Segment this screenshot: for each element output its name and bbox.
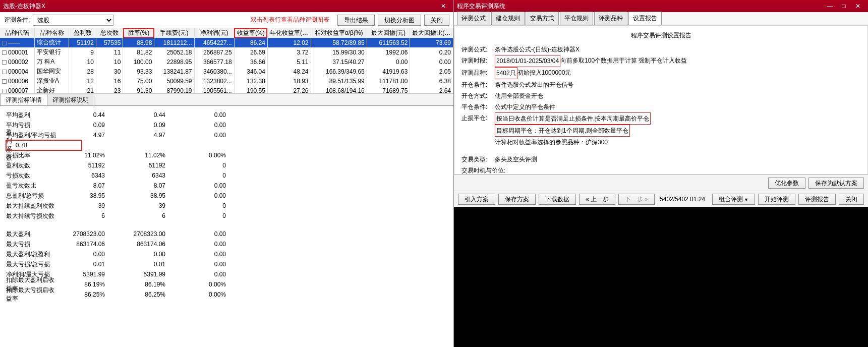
next-step-button: 下一步 » bbox=[618, 194, 655, 205]
metrics-row: 平均亏损0.090.090.00 bbox=[6, 120, 447, 130]
metrics-panel: 平均盈利0.440.440.00平均亏损0.090.090.00平均盈利/平均亏… bbox=[0, 106, 453, 347]
stock-col-11[interactable]: 最大回撤比(%) bbox=[410, 28, 453, 38]
metrics-row: 最大亏损863174.06863174.060.00 bbox=[6, 239, 447, 249]
stop-label: 止损平仓: bbox=[461, 112, 495, 125]
close-button[interactable]: 关闭 bbox=[424, 15, 449, 26]
table-row[interactable]: ------综合统计511925753588.981811212...46542… bbox=[0, 38, 453, 47]
stock-col-10[interactable]: 最大回撤(元) bbox=[367, 28, 410, 38]
dark-area bbox=[454, 207, 868, 347]
stock-col-2[interactable]: 盈利数 bbox=[69, 28, 96, 38]
table-row[interactable]: 000002万 科A1010100.0022898.95366577.1836.… bbox=[0, 57, 453, 67]
save-plan-button[interactable]: 保存方案 bbox=[498, 194, 536, 205]
formula-value: 条件选股公式-(日线)-连板神器X bbox=[495, 44, 580, 55]
type-label: 交易类型: bbox=[461, 154, 495, 165]
report-tab-1[interactable]: 建仓规则 bbox=[491, 12, 525, 25]
combo-eval-button[interactable]: 组合评测▼ bbox=[712, 194, 755, 205]
report-tab-4[interactable]: 评测品种 bbox=[594, 12, 627, 25]
variety-after: 初始投入1000000元 bbox=[517, 67, 571, 79]
report-tab-2[interactable]: 交易方式 bbox=[526, 12, 559, 25]
metrics-row: 盈利次数51192511920 bbox=[6, 160, 447, 170]
tab-metrics-desc[interactable]: 评测指标说明 bbox=[47, 94, 94, 105]
prev-step-button[interactable]: « 上一步 bbox=[579, 194, 615, 205]
stock-col-5[interactable]: 手续费(元) bbox=[154, 28, 194, 38]
metrics-tabs: 评测指标详情 评测指标说明 bbox=[0, 94, 453, 106]
report-title: 程序交易评测设置报告 bbox=[461, 30, 860, 41]
metrics-row: 最大持续盈利次数39390 bbox=[6, 201, 447, 211]
report-tab-0[interactable]: 评测公式 bbox=[457, 12, 490, 25]
close-cond-value: 公式中定义的平仓条件 bbox=[495, 101, 555, 112]
open-cond-label: 开仓条件: bbox=[461, 79, 495, 90]
stock-col-0[interactable]: 品种代码 bbox=[0, 28, 34, 38]
stock-col-9[interactable]: 相对收益率α/β(%) bbox=[311, 28, 367, 38]
table-row[interactable]: 000006深振业A121675.0050099.591323802...132… bbox=[0, 76, 453, 86]
metrics-row: 扣除最大亏损后收益率86.25%86.25%0.00% bbox=[6, 290, 447, 300]
minimize-icon[interactable]: — bbox=[823, 1, 837, 11]
metrics-row: 平均盈利/平均亏损4.974.970.00 bbox=[6, 130, 447, 140]
progress-text: 5402/5402 01:24 bbox=[660, 196, 705, 203]
metrics-row: 最大盈利2708323.002708323.000.00 bbox=[6, 229, 447, 239]
type-value: 多头及空头评测 bbox=[495, 154, 537, 165]
eval-report-button[interactable]: 评测报告 bbox=[798, 194, 836, 205]
report-tab-3[interactable]: 平仓规则 bbox=[560, 12, 593, 25]
close-cond-label: 平仓条件: bbox=[461, 101, 495, 112]
download-data-button[interactable]: 下载数据 bbox=[539, 194, 576, 205]
stock-col-7[interactable]: 收益率(%) bbox=[234, 28, 267, 38]
metrics-row: 最大亏损/总亏损0.010.010.00 bbox=[6, 259, 447, 269]
maximize-icon[interactable]: □ bbox=[837, 1, 851, 11]
left-titlebar: 选股-连板神器X ✕ bbox=[0, 0, 453, 12]
save-default-button[interactable]: 保存为默认方案 bbox=[808, 178, 864, 189]
right-window-title: 程序交易评测系统 bbox=[457, 2, 505, 11]
metrics-row: 最大持续亏损次数660 bbox=[6, 211, 447, 221]
bottom-close-button[interactable]: 关闭 bbox=[839, 194, 864, 205]
stock-col-3[interactable]: 总次数 bbox=[96, 28, 123, 38]
tab-metrics-detail[interactable]: 评测指标详情 bbox=[0, 94, 47, 105]
report-actions-row: 优化参数 保存为默认方案 bbox=[454, 175, 868, 191]
table-row[interactable]: 000001平安银行91181.8225052.18266887.2526.69… bbox=[0, 47, 453, 57]
export-button[interactable]: 导出结果 bbox=[337, 15, 375, 26]
period-box: 2018/01/01-2025/03/04 bbox=[495, 55, 560, 67]
report-body: 程序交易评测设置报告 评测公式:条件选股公式-(日线)-连板神器X 评测时段:2… bbox=[454, 25, 868, 175]
metrics-row: 总盈利/总亏损38.9538.950.00 bbox=[6, 191, 447, 201]
stock-col-6[interactable]: 净利润(元) bbox=[194, 28, 234, 38]
table-row[interactable]: 000007全新好212391.3087990.191905561...190.… bbox=[0, 86, 453, 94]
start-eval-button[interactable]: 开始评测 bbox=[758, 194, 795, 205]
table-row[interactable]: 000004国华网安283093.33138241.873460380...34… bbox=[0, 67, 453, 76]
metrics-row: 最大盈利/总盈利0.000.000.00 bbox=[6, 249, 447, 259]
period-after: 向前多取100个数据用于计算 强制平仓计入收益 bbox=[560, 55, 687, 67]
metrics-row: 盈亏次数比8.078.070.00 bbox=[6, 181, 447, 191]
right-close-icon[interactable]: ✕ bbox=[851, 1, 865, 11]
optimize-button[interactable]: 优化参数 bbox=[768, 178, 805, 189]
metrics-row: 平均盈利0.440.440.00 bbox=[6, 110, 447, 120]
variety-box: 5402只 bbox=[495, 67, 517, 79]
switch-chart-button[interactable]: 切换分析图 bbox=[378, 15, 421, 26]
open-mode-label: 开仓方式: bbox=[461, 90, 495, 101]
metrics-row: 扣除最大盈利后收益率86.19%86.19%0.00% bbox=[6, 279, 447, 290]
metrics-row: 亏损比率11.02%11.02%0.00% bbox=[6, 150, 447, 160]
metrics-row: 盈利系数0.78 bbox=[6, 140, 82, 150]
stop-box-2: 目标周期平仓：开仓达到1个周期,则全部数量平仓 bbox=[495, 125, 630, 137]
period-label: 评测时段: bbox=[461, 55, 495, 67]
stock-table[interactable]: 品种代码品种名称盈利数总次数胜率(%)手续费(元)净利润(元)收益率(%)年化收… bbox=[0, 28, 453, 94]
open-cond-value: 条件选股公式发出的开仓信号 bbox=[495, 79, 573, 90]
left-close-icon[interactable]: ✕ bbox=[436, 1, 450, 11]
metrics-row: 净利润/最大亏损5391.995391.990.00 bbox=[6, 269, 447, 279]
condition-select[interactable]: 选股 bbox=[33, 15, 113, 26]
import-plan-button[interactable]: 引入方案 bbox=[458, 194, 495, 205]
table-hint: 双击列表行查看品种评测图表 bbox=[251, 16, 329, 24]
formula-label: 评测公式: bbox=[461, 44, 495, 55]
stock-table-container: 品种代码品种名称盈利数总次数胜率(%)手续费(元)净利润(元)收益率(%)年化收… bbox=[0, 28, 453, 94]
report-tab-5[interactable]: 设置报告 bbox=[628, 12, 662, 25]
report-tabs: 评测公式建仓规则交易方式平仓规则评测品种设置报告 bbox=[454, 12, 868, 25]
left-toolbar: 评测条件: 选股 双击列表行查看品种评测图表 导出结果 切换分析图 关闭 bbox=[0, 12, 453, 28]
condition-label: 评测条件: bbox=[4, 16, 30, 24]
variety-label: 评测品种: bbox=[461, 67, 495, 79]
bottom-toolbar: 引入方案 保存方案 下载数据 « 上一步 下一步 » 5402/5402 01:… bbox=[454, 191, 868, 207]
left-window-title: 选股-连板神器X bbox=[3, 2, 45, 11]
right-titlebar: 程序交易评测系统 — □ ✕ bbox=[454, 0, 868, 12]
stock-col-8[interactable]: 年化收益率(%) bbox=[267, 28, 311, 38]
chevron-down-icon: ▼ bbox=[744, 197, 748, 202]
stock-col-1[interactable]: 品种名称 bbox=[34, 28, 69, 38]
stop-box-1: 按当日收盘价计算是否满足止损条件,按本周期最高价平仓 bbox=[495, 112, 651, 125]
stock-col-4[interactable]: 胜率(%) bbox=[123, 28, 154, 38]
metrics-row: 亏损次数634363430 bbox=[6, 170, 447, 181]
